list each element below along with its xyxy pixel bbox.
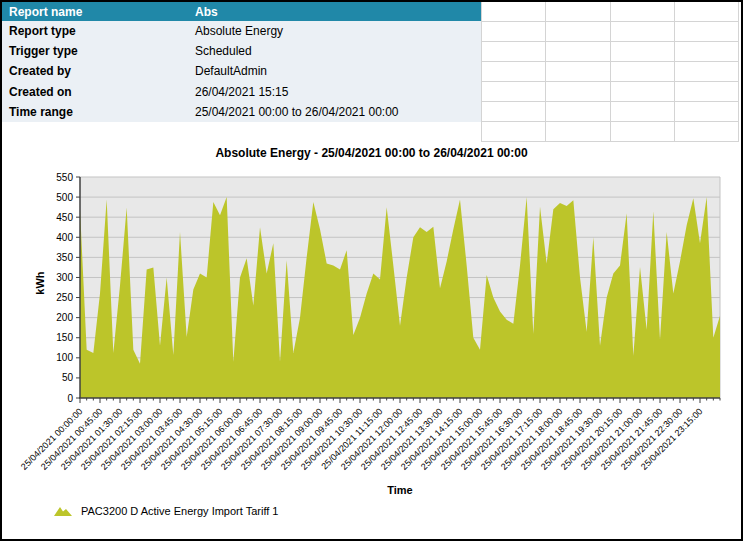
report-row-created-by: Created by DefaultAdmin: [2, 61, 481, 81]
spreadsheet-cell[interactable]: [675, 102, 739, 122]
report-field-label: Report type: [2, 24, 195, 38]
report-row-created-on: Created on 26/04/2021 15:15: [2, 82, 481, 102]
report-row-time-range: Time range 25/04/2021 00:00 to 26/04/202…: [2, 102, 481, 122]
svg-text:450: 450: [56, 212, 73, 223]
report-field-label: Report name: [2, 5, 195, 19]
report-table-header-row: Report name Abs: [2, 2, 481, 21]
spreadsheet-grid: [481, 2, 739, 142]
chart-title: Absolute Energy - 25/04/2021 00:00 to 26…: [2, 146, 741, 160]
svg-text:550: 550: [56, 172, 73, 183]
spreadsheet-cell[interactable]: [675, 82, 739, 102]
report-table: Report name Abs Report type Absolute Ene…: [2, 2, 481, 122]
spreadsheet-cell[interactable]: [546, 42, 610, 62]
spreadsheet-cell[interactable]: [546, 2, 610, 22]
report-field-value: Scheduled: [195, 44, 481, 58]
area-series-icon: [53, 505, 74, 517]
spreadsheet-cell[interactable]: [546, 62, 610, 82]
svg-text:100: 100: [56, 352, 73, 363]
report-row-trigger: Trigger type Scheduled: [2, 41, 481, 61]
spreadsheet-cell[interactable]: [482, 122, 546, 142]
spreadsheet-cell[interactable]: [675, 22, 739, 42]
spreadsheet-cell[interactable]: [611, 122, 675, 142]
spreadsheet-cell[interactable]: [482, 22, 546, 42]
svg-text:200: 200: [56, 312, 73, 323]
spreadsheet-cell[interactable]: [482, 2, 546, 22]
spreadsheet-cell[interactable]: [611, 2, 675, 22]
svg-text:250: 250: [56, 292, 73, 303]
report-field-value: 25/04/2021 00:00 to 26/04/2021 00:00: [195, 105, 481, 119]
spreadsheet-cell[interactable]: [675, 62, 739, 82]
report-field-label: Created on: [2, 85, 195, 99]
spreadsheet-cell[interactable]: [546, 82, 610, 102]
legend-label: PAC3200 D Active Energy Import Tariff 1: [81, 505, 278, 517]
spreadsheet-cell[interactable]: [546, 22, 610, 42]
x-axis-title: Time: [80, 484, 720, 496]
spreadsheet-cell[interactable]: [611, 82, 675, 102]
spreadsheet-cell[interactable]: [546, 102, 610, 122]
spreadsheet-cell[interactable]: [675, 42, 739, 62]
svg-text:150: 150: [56, 332, 73, 343]
spreadsheet-cell[interactable]: [611, 102, 675, 122]
svg-text:50: 50: [62, 372, 74, 383]
spreadsheet-cell[interactable]: [482, 42, 546, 62]
report-row-type: Report type Absolute Energy: [2, 21, 481, 41]
spreadsheet-cell[interactable]: [611, 62, 675, 82]
spreadsheet-cell[interactable]: [482, 82, 546, 102]
report-field-label: Time range: [2, 105, 195, 119]
svg-text:500: 500: [56, 192, 73, 203]
spreadsheet-cell[interactable]: [675, 122, 739, 142]
report-field-label: Created by: [2, 64, 195, 78]
spreadsheet-cell[interactable]: [675, 2, 739, 22]
svg-text:400: 400: [56, 232, 73, 243]
chart-legend: PAC3200 D Active Energy Import Tariff 1: [53, 505, 278, 517]
report-field-value: DefaultAdmin: [195, 64, 481, 78]
report-field-value: Absolute Energy: [195, 24, 481, 38]
spreadsheet-cell[interactable]: [546, 122, 610, 142]
spreadsheet-cell[interactable]: [482, 62, 546, 82]
report-field-value: 26/04/2021 15:15: [195, 85, 481, 99]
energy-area-chart: 05010015020025030035040045050055025/04/2…: [2, 160, 741, 539]
svg-text:300: 300: [56, 272, 73, 283]
svg-text:0: 0: [67, 393, 73, 404]
spreadsheet-cell[interactable]: [611, 22, 675, 42]
spreadsheet-cell[interactable]: [611, 42, 675, 62]
report-field-value: Abs: [195, 5, 481, 19]
report-field-label: Trigger type: [2, 44, 195, 58]
y-axis-title: kWh: [34, 253, 46, 313]
spreadsheet-cell[interactable]: [482, 102, 546, 122]
svg-text:350: 350: [56, 252, 73, 263]
